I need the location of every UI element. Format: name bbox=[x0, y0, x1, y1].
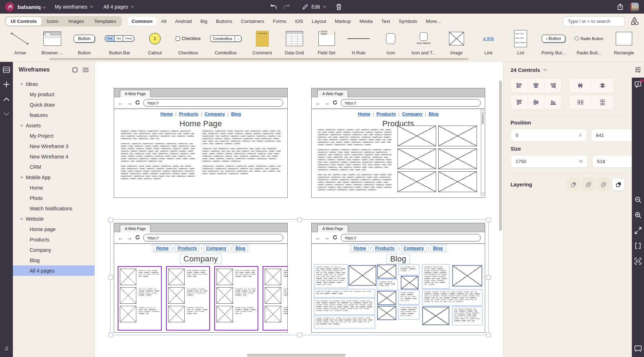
category-buttons[interactable]: Buttons bbox=[212, 17, 236, 26]
category-all[interactable]: All bbox=[157, 17, 170, 26]
image-placeholder[interactable] bbox=[438, 126, 477, 146]
feature-column[interactable] bbox=[166, 266, 210, 331]
palette-item-radio-butt[interactable]: Radio ButtonRadio Butt... bbox=[575, 29, 603, 58]
fit-screen-icon[interactable] bbox=[634, 226, 642, 235]
palette-item-button[interactable]: ButtonButton bbox=[73, 29, 96, 58]
edit-mode-menu[interactable]: Edit bbox=[298, 2, 330, 12]
canvas-vertical-scrollbar[interactable] bbox=[499, 80, 502, 231]
sidebar-item-products[interactable]: Products bbox=[13, 234, 94, 245]
selection-summary[interactable]: 24 Controls bbox=[511, 67, 625, 73]
size-w-input[interactable] bbox=[516, 159, 579, 164]
nav-link-company[interactable]: Company bbox=[204, 245, 229, 251]
text-block[interactable] bbox=[423, 265, 449, 288]
image-placeholder[interactable] bbox=[377, 291, 396, 305]
palette-item-field-set[interactable]: Group NameField Set bbox=[315, 29, 338, 58]
category-layout[interactable]: Layout bbox=[308, 17, 330, 26]
palette-item-combobox[interactable]: ComboBox⌄ComboBox bbox=[210, 29, 241, 58]
sidebar-item-ideas[interactable]: Ideas bbox=[13, 79, 94, 89]
text-block[interactable] bbox=[399, 305, 419, 319]
palette-item-h-rule[interactable]: H.Rule bbox=[347, 29, 370, 58]
sidebar-item-home-page[interactable]: Home page bbox=[13, 224, 94, 234]
url-bar[interactable]: https:// bbox=[143, 99, 283, 107]
nav-link-company[interactable]: Company bbox=[205, 112, 225, 117]
palette-item-icon[interactable]: Icon bbox=[379, 29, 402, 58]
text-block[interactable] bbox=[314, 265, 347, 288]
back-icon[interactable]: ← bbox=[316, 100, 321, 106]
redo-icon[interactable] bbox=[283, 3, 291, 11]
category-ios[interactable]: iOS bbox=[291, 17, 307, 26]
selection-handle[interactable] bbox=[486, 275, 491, 280]
image-placeholder[interactable] bbox=[397, 126, 436, 146]
nav-link-products[interactable]: Products bbox=[175, 245, 199, 251]
tab-templates[interactable]: Templates bbox=[89, 17, 121, 25]
image-placeholder[interactable] bbox=[377, 265, 396, 278]
nav-link-home[interactable]: Home bbox=[351, 245, 369, 251]
forward-icon[interactable]: → bbox=[127, 235, 132, 240]
nav-link-blog[interactable]: Blog bbox=[233, 245, 248, 251]
wireframe-blog[interactable]: A Web Page←→https://Home|Products|Compan… bbox=[311, 223, 485, 333]
feature-column[interactable] bbox=[118, 266, 162, 331]
category-more[interactable]: More... bbox=[422, 17, 445, 26]
text-block[interactable] bbox=[453, 307, 482, 325]
nav-link-products[interactable]: Products bbox=[372, 245, 397, 251]
palette-item-data-grid[interactable]: Data Grid bbox=[283, 29, 306, 58]
image-placeholder[interactable] bbox=[397, 148, 436, 169]
app-menu-chevron-icon[interactable] bbox=[42, 4, 46, 10]
undo-icon[interactable] bbox=[269, 3, 278, 11]
bring-forward-button[interactable] bbox=[582, 178, 595, 191]
url-bar[interactable]: https:// bbox=[341, 234, 481, 241]
sidebar-item-new-wireframe-4[interactable]: New Wireframe 4 bbox=[13, 151, 94, 162]
add-icon[interactable] bbox=[2, 80, 11, 89]
wireframe-products[interactable]: A Web Page←→https://Home|Products|Compan… bbox=[311, 88, 485, 198]
image-placeholder[interactable] bbox=[349, 265, 376, 285]
sidebar-item-assets[interactable]: Assets bbox=[13, 120, 94, 131]
palette-item-link[interactable]: a linkLink bbox=[477, 29, 500, 58]
send-to-back-button[interactable] bbox=[567, 178, 580, 191]
page-menu[interactable]: All 4 pages bbox=[100, 3, 137, 11]
category-forms[interactable]: Forms bbox=[269, 17, 291, 26]
category-common[interactable]: Common bbox=[128, 17, 157, 26]
palette-item-callout[interactable]: 1Callout bbox=[143, 29, 166, 58]
sidebar-item-blog[interactable]: Blog bbox=[13, 255, 94, 265]
nav-link-blog[interactable]: Blog bbox=[231, 112, 241, 117]
palette-item-button-bar[interactable]: OneTwoThreeButton Bar bbox=[105, 29, 134, 58]
sidebar-item-new-wireframe-3[interactable]: New Wireframe 3 bbox=[13, 141, 94, 151]
palette-item-checkbox[interactable]: CheckboxCheckbox bbox=[176, 29, 201, 58]
wireframes-panel-icon[interactable] bbox=[2, 65, 11, 74]
back-icon[interactable]: ← bbox=[316, 235, 321, 240]
back-icon[interactable]: ← bbox=[118, 235, 123, 240]
canvas-horizontal-scrollbar[interactable] bbox=[247, 354, 346, 357]
sidebar-item-company[interactable]: Company bbox=[13, 245, 94, 255]
forward-icon[interactable]: → bbox=[127, 100, 132, 106]
align-bottom-icon[interactable] bbox=[545, 95, 561, 109]
text-block[interactable] bbox=[314, 316, 375, 328]
align-top-icon[interactable] bbox=[511, 95, 528, 109]
sidebar-item-all-4-pages[interactable]: All 4 pages bbox=[13, 265, 94, 276]
image-placeholder[interactable] bbox=[377, 306, 396, 320]
feature-column[interactable] bbox=[263, 266, 287, 331]
brackets-icon[interactable] bbox=[634, 241, 642, 250]
image-placeholder[interactable] bbox=[438, 148, 477, 169]
refresh-icon[interactable] bbox=[333, 100, 337, 106]
new-page-icon[interactable] bbox=[72, 67, 78, 73]
category-markup[interactable]: Markup bbox=[331, 17, 355, 26]
comments-icon[interactable]: 2 bbox=[634, 81, 642, 89]
text-block[interactable] bbox=[399, 290, 419, 304]
palette-item-browser[interactable]: Browser ... bbox=[41, 29, 64, 58]
search-input[interactable] bbox=[563, 16, 625, 26]
space-vertical-icon[interactable] bbox=[591, 95, 614, 109]
collapse-down-icon[interactable] bbox=[2, 109, 11, 118]
selection-handle[interactable] bbox=[108, 217, 113, 222]
palette-scrollbar-thumb[interactable] bbox=[49, 58, 469, 60]
sidebar-item-mobile-app[interactable]: Mobile App bbox=[13, 172, 94, 182]
selection-handle[interactable] bbox=[108, 333, 113, 337]
palette-item-arrow[interactable]: Arrow bbox=[9, 29, 31, 58]
zoom-out-icon[interactable] bbox=[634, 195, 642, 204]
sidebar-item-website[interactable]: Website bbox=[13, 214, 94, 224]
balsamiq-logo-icon[interactable] bbox=[5, 2, 14, 11]
music-note-icon[interactable]: ♫ bbox=[2, 344, 11, 353]
focus-region-icon[interactable] bbox=[634, 257, 642, 265]
selection-handle[interactable] bbox=[108, 275, 113, 280]
category-text[interactable]: Text bbox=[377, 17, 394, 26]
url-bar[interactable]: https:// bbox=[341, 99, 481, 107]
